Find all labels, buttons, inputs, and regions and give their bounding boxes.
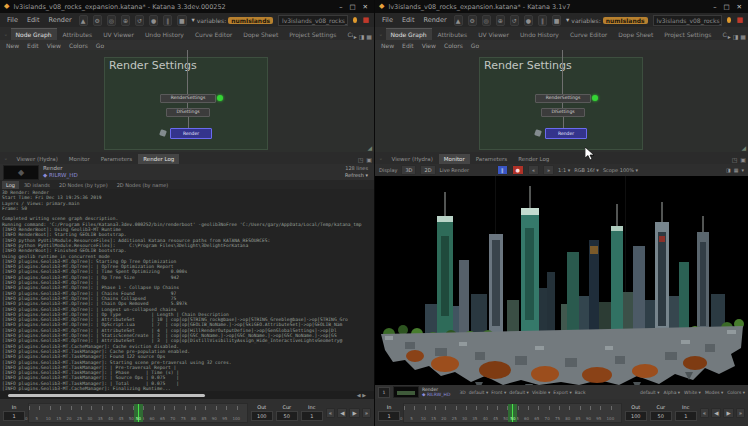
- ruler-tick-100[interactable]: 100: [611, 404, 621, 422]
- panel-tab-3[interactable]: Render Log: [513, 154, 554, 164]
- title-bar[interactable]: ◆ lv3islands_v08_rocks_expansion.katana*…: [0, 0, 374, 13]
- variables-value[interactable]: numIslands: [228, 17, 273, 24]
- nodegraph-menu-item-0[interactable]: New: [6, 42, 19, 49]
- pause-render-icon[interactable]: ‖: [163, 15, 172, 26]
- panel-tab-1[interactable]: Monitor: [439, 154, 470, 164]
- close-button[interactable]: ✕: [363, 3, 368, 11]
- back-buffer-label[interactable]: Back: [575, 390, 586, 395]
- record-button[interactable]: ●: [512, 165, 524, 175]
- scope-dropdown[interactable]: Scope 100% ▾: [603, 167, 638, 173]
- nodegraph-menu-item-1[interactable]: Edit: [27, 42, 39, 49]
- split-panel-icon[interactable]: ◨: [359, 33, 365, 40]
- catalog-item-name[interactable]: ◆ RILRW_HD: [422, 392, 450, 398]
- monitor-options-icon[interactable]: ▾: [741, 167, 744, 173]
- node-graph-canvas[interactable]: Render Settings RenderSettings DlSetting…: [375, 50, 748, 152]
- main-tab-1[interactable]: Attributes: [58, 29, 98, 40]
- scrollbar-thumb[interactable]: [8, 394, 205, 397]
- white-dropdown[interactable]: White ▾: [684, 390, 701, 395]
- grid-panel-icon[interactable]: ▦: [740, 33, 746, 40]
- resize-corner-icon[interactable]: ◢: [367, 144, 372, 151]
- menu-render[interactable]: Render: [421, 16, 448, 24]
- node-dlsettings[interactable]: DlSettings: [541, 108, 585, 117]
- out-field[interactable]: 100: [251, 411, 273, 421]
- back-channel-dropdown[interactable]: default ▾: [640, 390, 660, 395]
- overflow-right-icon[interactable]: ▸: [354, 33, 357, 40]
- inc-field[interactable]: 1: [675, 411, 697, 421]
- pointer-tool-icon[interactable]: ▲: [454, 15, 463, 26]
- target-icon[interactable]: ◎: [107, 15, 116, 26]
- layers-icon[interactable]: ▦: [734, 167, 739, 173]
- main-tab-5[interactable]: Dope Sheet: [613, 29, 658, 40]
- panel-tab-2[interactable]: Parameters: [96, 154, 137, 164]
- last-frame-button[interactable]: »: [736, 408, 745, 418]
- frame-ruler[interactable]: 0510152025303540455055606570758085909510…: [28, 403, 248, 423]
- panel-tab-1[interactable]: Monitor: [64, 154, 95, 164]
- nodegraph-menu-item-1[interactable]: Edit: [402, 42, 414, 49]
- main-tab-4[interactable]: Curve Editor: [190, 29, 237, 40]
- main-tab-0[interactable]: Node Graph: [386, 28, 432, 40]
- menu-edit[interactable]: Edit: [25, 16, 42, 24]
- main-tab-6[interactable]: Project Settings: [284, 29, 341, 40]
- inc-field[interactable]: 1: [301, 411, 323, 421]
- node-rendersettings[interactable]: RenderSettings: [535, 94, 591, 103]
- catalog-thumbnail[interactable]: [393, 386, 419, 398]
- node-view-flag-green[interactable]: [592, 95, 598, 101]
- in-field[interactable]: 1: [378, 411, 400, 421]
- variables-value[interactable]: numIslands: [603, 17, 648, 24]
- menu-file[interactable]: File: [380, 16, 395, 24]
- last-frame-button[interactable]: »: [362, 408, 371, 418]
- gear-icon[interactable]: ⚙: [93, 15, 102, 26]
- panel-menu-icon[interactable]: ◦: [379, 155, 383, 162]
- live-render-label[interactable]: Live Render: [440, 167, 470, 173]
- first-frame-button[interactable]: «: [326, 408, 335, 418]
- panel-options-icon[interactable]: ▣: [366, 156, 372, 163]
- render-log-output[interactable]: 3D Render: RenderStart Time: Fri Dec 13 …: [0, 189, 374, 393]
- grid-panel-icon[interactable]: ▦: [366, 33, 372, 40]
- main-tab-4[interactable]: Curve Editor: [565, 29, 612, 40]
- node-view-flag-green[interactable]: [217, 95, 223, 101]
- first-frame-button[interactable]: «: [700, 408, 709, 418]
- pause-render-icon[interactable]: ‖: [538, 15, 547, 26]
- alpha-dropdown[interactable]: Alpha ▾: [664, 390, 681, 395]
- export-dropdown[interactable]: Export ▾: [553, 390, 571, 395]
- main-tab-6[interactable]: Project Settings: [659, 29, 716, 40]
- channel-mode-dropdown[interactable]: RGB 16f ▾: [574, 167, 599, 173]
- front-buffer-dropdown[interactable]: Front ▾: [491, 390, 506, 395]
- title-bar[interactable]: ◆ lv3islands_v08_rocks_expansion.katana*…: [375, 0, 748, 13]
- render-dot-icon[interactable]: ●: [149, 15, 158, 26]
- undo-icon[interactable]: ↺: [510, 15, 519, 26]
- compare-icon[interactable]: ◨: [726, 167, 731, 173]
- main-tab-1[interactable]: Attributes: [433, 29, 473, 40]
- gear-icon[interactable]: ⚙: [468, 15, 477, 26]
- maximize-button[interactable]: □: [723, 3, 729, 11]
- panel-options-icon[interactable]: ▣: [740, 156, 746, 163]
- main-tab-3[interactable]: Undo History: [140, 29, 189, 40]
- maximize-button[interactable]: □: [349, 3, 355, 11]
- scroll-arrows-icon[interactable]: ◀ ▶: [357, 392, 366, 398]
- pointer-tool-icon[interactable]: ▲: [79, 15, 88, 26]
- refresh-button[interactable]: Refresh ▾: [345, 172, 368, 179]
- log-horizontal-scrollbar[interactable]: ◀ ▶: [0, 391, 374, 399]
- catalog-slot-field[interactable]: 1: [378, 387, 390, 398]
- next-frame-button[interactable]: »: [543, 165, 554, 175]
- undo-icon[interactable]: ↺: [135, 15, 144, 26]
- visible-dropdown[interactable]: Visible ▾: [532, 390, 550, 395]
- play-button[interactable]: ▶: [723, 408, 733, 418]
- playhead[interactable]: 50: [508, 404, 517, 422]
- stop-render-icon[interactable]: ■: [177, 15, 186, 26]
- panel-menu-icon[interactable]: ◦: [379, 31, 383, 38]
- current-frame-field[interactable]: 50: [650, 411, 672, 421]
- nodegraph-menu-item-3[interactable]: Colors: [69, 42, 88, 49]
- add-icon[interactable]: ⊕: [121, 15, 130, 26]
- ruler-tick-100[interactable]: 100: [237, 404, 247, 422]
- pause-button[interactable]: ‖: [497, 165, 508, 175]
- render-thumbnail[interactable]: ◆: [3, 165, 39, 180]
- front-channel-dropdown[interactable]: default ▾: [509, 390, 529, 395]
- variables-widget[interactable]: ▾ variables: numIslands: [566, 16, 647, 24]
- colors-dropdown[interactable]: Colors ▾: [727, 390, 745, 395]
- pin-icon[interactable]: ◳: [358, 156, 364, 163]
- scene-filename-field[interactable]: lv3islands_v08_rocks_M: [278, 15, 348, 26]
- step-back-button[interactable]: ◀: [337, 408, 347, 418]
- catalog-item-name[interactable]: ◆ RILRW_HD: [43, 172, 78, 179]
- stop-render-icon[interactable]: ■: [552, 15, 561, 26]
